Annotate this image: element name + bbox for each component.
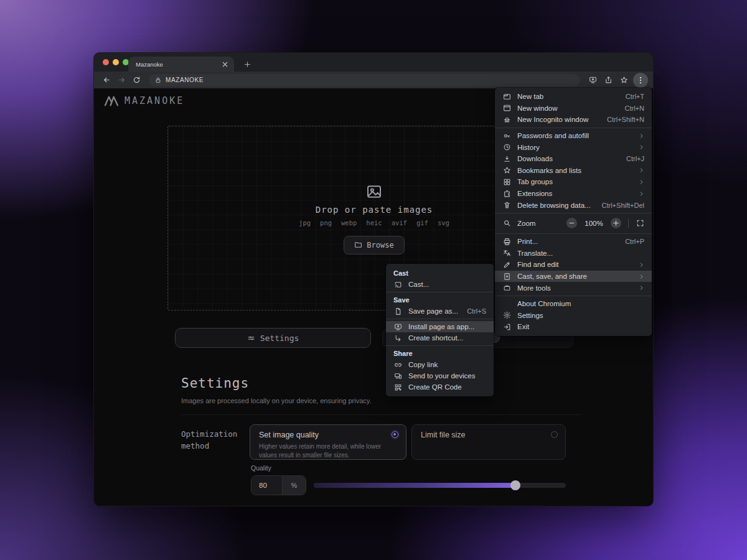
menu-item-bookmarks-and-lists[interactable]: Bookmarks and lists — [495, 165, 652, 177]
menu-item-settings[interactable]: Settings — [495, 310, 652, 322]
option-set-image-quality[interactable]: Set image quality Higher values retain m… — [250, 424, 406, 460]
menu-item-label: Find and edit — [517, 261, 638, 268]
menu-item-label: Create shortcut... — [408, 334, 486, 342]
menu-item-history[interactable]: History — [495, 141, 652, 153]
menu-item-label: New tab — [517, 93, 626, 100]
address-bar[interactable]: MAZANOKE — [149, 74, 580, 86]
menu-item-save-page-as[interactable]: Save page as...Ctrl+S — [386, 306, 494, 317]
menu-item-shortcut: Ctrl+T — [626, 93, 644, 100]
browser-tab[interactable]: Mazanoke — [128, 57, 234, 72]
new-window-icon — [502, 104, 511, 113]
format-chip: avif — [392, 219, 407, 226]
incognito-icon — [502, 115, 511, 124]
tab-close-icon[interactable] — [220, 60, 229, 68]
menu-item-label: Save page as... — [408, 307, 467, 315]
new-tab-icon[interactable] — [241, 58, 253, 70]
browser-menu-button[interactable] — [633, 73, 648, 88]
menu-item-delete-browsing-data[interactable]: Delete browsing data...Ctrl+Shift+Del — [495, 199, 652, 211]
menu-item-cast-save-and-share[interactable]: Cast, save, and share — [495, 271, 652, 282]
extensions-icon — [502, 189, 511, 198]
menu-separator — [386, 292, 494, 292]
zoom-in-button[interactable] — [611, 218, 621, 228]
menu-item-new-incognito-window[interactable]: New Incognito windowCtrl+Shift+N — [495, 114, 652, 126]
option-limit-file-size[interactable]: Limit file size — [411, 424, 566, 460]
menu-item-create-qr-code[interactable]: Create QR Code — [386, 381, 494, 393]
supported-formats: jpg png webp heic avif gif svg — [299, 219, 449, 226]
menu-item-find-and-edit[interactable]: Find and edit — [495, 259, 652, 271]
quality-value[interactable]: 80 — [251, 476, 282, 495]
menu-item-shortcut: Ctrl+S — [467, 307, 486, 315]
browse-button-label: Browse — [367, 241, 393, 250]
save-page-icon — [393, 307, 402, 315]
desktop: { "colors": { "accent": "#7e62dc", "desk… — [0, 0, 747, 560]
menu-item-label: Passwords and autofill — [517, 132, 638, 139]
menu-item-install-page-as-app[interactable]: Install page as app... — [386, 321, 494, 332]
menu-item-about-chromium[interactable]: About Chromium — [495, 298, 652, 310]
three-dots-icon — [636, 76, 645, 85]
menu-item-send-to-your-devices[interactable]: Send to your devices — [386, 370, 494, 381]
menu-item-shortcut: Ctrl+J — [626, 155, 644, 162]
menu-item-label: More tools — [517, 284, 638, 292]
format-chip: heic — [366, 219, 382, 226]
zoom-level-value: 100% — [581, 220, 607, 227]
menu-item-extensions[interactable]: Extensions — [495, 188, 652, 200]
browser-toolbar: MAZANOKE — [94, 72, 653, 88]
menu-item-copy-link[interactable]: Copy link — [386, 359, 494, 370]
menu-item-new-tab[interactable]: New tabCtrl+T — [495, 91, 652, 103]
chevron-right-icon — [638, 285, 644, 291]
gear-icon — [502, 311, 511, 320]
chevron-right-icon — [638, 179, 644, 185]
menu-separator — [495, 296, 652, 296]
format-chip: webp — [341, 219, 357, 226]
share-icon[interactable] — [602, 73, 615, 86]
menu-item-passwords-and-autofill[interactable]: Passwords and autofill — [495, 130, 652, 142]
menu-item-more-tools[interactable]: More tools — [495, 282, 652, 294]
browse-button[interactable]: Browse — [344, 236, 404, 254]
format-chip: png — [320, 219, 332, 226]
bookmark-star-icon[interactable] — [618, 73, 631, 86]
menu-item-shortcut: Ctrl+N — [625, 105, 644, 112]
menu-item-create-shortcut[interactable]: Create shortcut... — [386, 332, 494, 343]
menu-item-label: Translate... — [517, 250, 644, 257]
menu-item-print[interactable]: Print...Ctrl+P — [495, 236, 652, 248]
menu-item-label: Downloads — [517, 155, 626, 162]
zoom-out-button[interactable] — [566, 218, 577, 228]
quality-slider[interactable] — [314, 483, 566, 488]
window-minimize-button[interactable] — [113, 59, 119, 65]
more-tools-icon — [502, 284, 511, 292]
menu-item-label: Cast, save, and share — [517, 273, 638, 280]
menu-item-label: New window — [517, 105, 625, 112]
reload-icon[interactable] — [129, 73, 143, 87]
chevron-right-icon — [638, 273, 644, 279]
history-icon — [502, 143, 511, 152]
menu-item-downloads[interactable]: DownloadsCtrl+J — [495, 153, 652, 165]
section-divider — [181, 414, 581, 415]
menu-item-translate[interactable]: Translate... — [495, 248, 652, 259]
settings-button[interactable]: Settings — [175, 328, 371, 348]
menu-item-exit[interactable]: Exit — [495, 321, 652, 333]
radio-unselected[interactable] — [551, 431, 558, 438]
menu-item-tab-groups[interactable]: Tab groups — [495, 176, 652, 188]
option-description: Higher values retain more detail, while … — [259, 442, 383, 459]
menu-item-zoom[interactable]: Zoom100% — [495, 215, 652, 231]
menu-item-label: Install page as app... — [408, 323, 486, 330]
cast-icon — [393, 280, 402, 289]
menu-item-label: Create QR Code — [408, 383, 486, 391]
chevron-right-icon — [638, 133, 644, 139]
quality-input[interactable]: 80 % — [251, 475, 306, 495]
slider-thumb[interactable] — [510, 480, 520, 490]
key-icon — [502, 131, 511, 140]
menu-item-label: History — [517, 144, 638, 151]
window-close-button[interactable] — [103, 59, 109, 65]
forward-icon[interactable] — [115, 73, 128, 87]
menu-item-cast[interactable]: Cast... — [386, 279, 494, 290]
printer-icon — [502, 237, 511, 246]
radio-selected[interactable] — [392, 431, 398, 438]
back-icon[interactable] — [100, 73, 113, 87]
menu-separator — [495, 128, 652, 128]
install-page-icon[interactable] — [586, 73, 599, 86]
format-chip: svg — [438, 219, 449, 226]
fullscreen-icon[interactable] — [636, 219, 644, 228]
menu-item-new-window[interactable]: New windowCtrl+N — [495, 103, 652, 114]
cast-save-share-icon — [502, 272, 511, 281]
